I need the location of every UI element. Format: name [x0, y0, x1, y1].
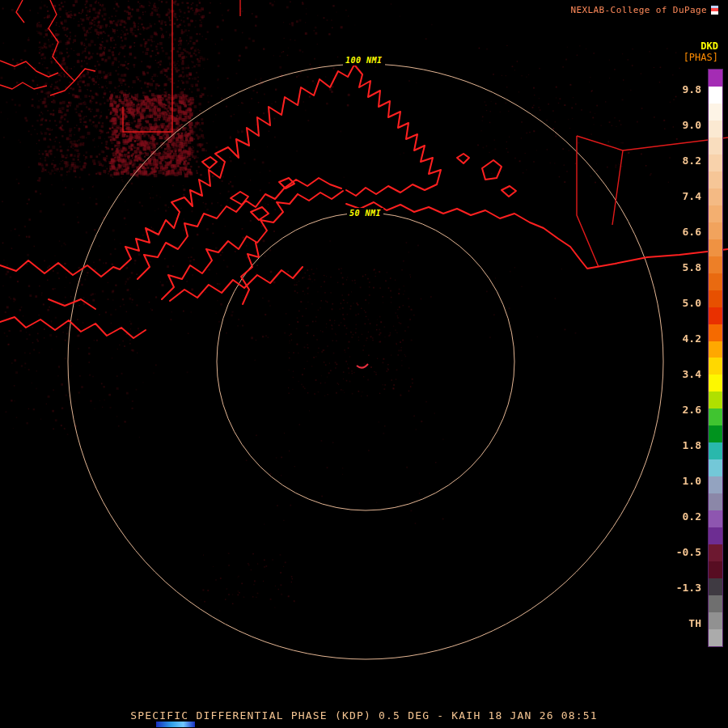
colorbar-segment — [709, 595, 722, 612]
colorbar-tick-5.0: 5.0 — [683, 297, 701, 309]
river-path — [0, 61, 58, 77]
colorbar-tick-8.2: 8.2 — [683, 154, 701, 167]
colorbar-segment — [709, 425, 722, 442]
boundary-lines — [123, 0, 728, 267]
colorbar-segment — [709, 138, 722, 154]
river-path — [16, 0, 24, 23]
coastline-path — [0, 317, 146, 338]
map-overlay — [0, 0, 728, 728]
colorbar-segment — [709, 188, 722, 205]
product-code: DKD — [700, 40, 718, 52]
coastline-path — [241, 243, 259, 304]
coastline-path — [346, 65, 441, 196]
colorbar-segment — [709, 121, 722, 138]
radar-display: 100 NMI 50 NMI NEXLAB-College of DuPage … — [0, 0, 728, 728]
radar-site-mark — [357, 364, 368, 368]
colorbar-segment — [709, 358, 722, 375]
colorbar-tick--0.5: -0.5 — [676, 546, 701, 558]
colorbar-segment — [709, 510, 722, 527]
colorbar-tick-5.8: 5.8 — [683, 261, 701, 273]
range-ring-50nmi — [217, 213, 514, 510]
colorbar-segment — [709, 273, 722, 290]
colorbar-segment — [709, 578, 722, 595]
colorbar-segment — [709, 256, 722, 273]
range-ring-label-50: 50 NMI — [347, 208, 383, 218]
coastline-path — [49, 299, 95, 309]
bottom-watermark — [156, 722, 195, 727]
colorbar-tick-9.8: 9.8 — [683, 83, 701, 95]
colorbar-segment — [709, 104, 722, 121]
island-path — [457, 154, 469, 163]
colorbar-tick-1.0: 1.0 — [683, 475, 701, 487]
coastline-path — [298, 191, 343, 201]
colorbar-tick-9.0: 9.0 — [683, 119, 701, 131]
colorbar-tick-TH: TH — [688, 617, 701, 629]
colorbar-segment — [709, 459, 722, 476]
colorbar — [708, 69, 723, 647]
colorbar-tick-3.4: 3.4 — [683, 368, 701, 380]
coastline — [0, 65, 728, 338]
island-path — [202, 157, 217, 168]
colorbar-tick-7.4: 7.4 — [683, 190, 701, 202]
range-ring-100nmi — [68, 64, 663, 659]
colorbar-tick-1.8: 1.8 — [683, 439, 701, 451]
river-path — [0, 83, 47, 89]
colorbar-segment — [709, 239, 722, 256]
colorbar-segment — [709, 392, 722, 408]
colorbar-segment — [709, 324, 722, 341]
colorbar-tick-4.2: 4.2 — [683, 332, 701, 345]
colorbar-segment — [709, 205, 722, 222]
colorbar-segment — [709, 612, 722, 629]
boundary-path — [123, 0, 172, 132]
river-path — [74, 69, 95, 81]
island-path — [231, 192, 248, 205]
range-ring-label-100: 100 NMI — [343, 55, 385, 66]
colorbar-segment — [709, 290, 722, 307]
colorbar-segment — [709, 561, 722, 578]
colorbar-segment — [709, 375, 722, 392]
colorbar-segment — [709, 222, 722, 239]
colorbar-segment — [709, 527, 722, 544]
colorbar-segment — [709, 442, 722, 459]
colorbar-tick-2.6: 2.6 — [683, 404, 701, 416]
colorbar-segment — [709, 307, 722, 324]
colorbar-segment — [709, 476, 722, 493]
product-units: [PHAS] — [684, 52, 718, 63]
island-path — [502, 186, 516, 197]
colorbar-segment — [709, 493, 722, 510]
colorbar-segment — [709, 70, 722, 87]
island-path — [251, 207, 269, 220]
coastline-path — [120, 65, 354, 269]
colorbar-segment — [709, 171, 722, 188]
cod-logo-icon — [711, 6, 718, 15]
rivers — [0, 0, 95, 95]
attribution-text: NEXLAB-College of DuPage — [570, 5, 707, 15]
colorbar-segment — [709, 87, 722, 104]
colorbar-tick-6.6: 6.6 — [683, 226, 701, 238]
colorbar-segment — [709, 629, 722, 646]
colorbar-tick-0.2: 0.2 — [683, 510, 701, 523]
colorbar-segment — [709, 408, 722, 425]
product-caption: SPECIFIC DIFFERENTIAL PHASE (KDP) 0.5 DE… — [0, 709, 728, 722]
coastline-path — [346, 202, 728, 269]
river-path — [49, 0, 74, 95]
coastline-path — [170, 267, 303, 301]
range-rings — [68, 64, 663, 659]
boundary-path — [577, 136, 623, 225]
radar-site-path — [357, 364, 368, 368]
island-path — [482, 160, 502, 180]
colorbar-tick--1.3: -1.3 — [676, 582, 701, 594]
coastline-path — [0, 260, 120, 277]
colorbar-segment — [709, 154, 722, 171]
colorbar-segment — [709, 341, 722, 358]
attribution: NEXLAB-College of DuPage — [570, 5, 718, 15]
colorbar-segment — [709, 544, 722, 561]
